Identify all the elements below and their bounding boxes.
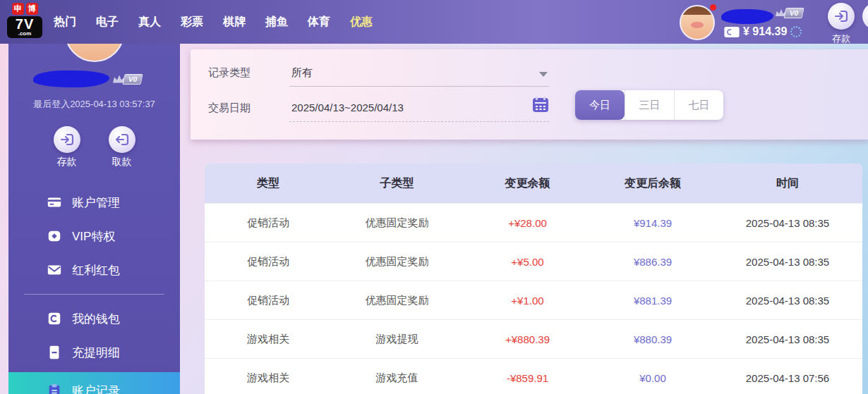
sidebar-item-label: VIP特权 (72, 228, 115, 245)
sidebar-item-label: 我的钱包 (72, 311, 120, 327)
nav-item-live[interactable]: 真人 (138, 15, 161, 30)
cell-subtype: 游戏提现 (332, 333, 462, 346)
column-header-after: 变更后余额 (593, 176, 713, 191)
logo-badge-1: 申 (12, 3, 24, 15)
clipboard-icon (46, 382, 63, 394)
cell-type: 促销活动 (205, 255, 332, 269)
cell-after-amount: ¥914.39 (593, 217, 713, 229)
record-type-select[interactable]: 所有 (291, 66, 313, 80)
sidebar-item-label: 红利红包 (72, 262, 120, 278)
last-login-text: 最后登入2025-04-13 03:57:37 (8, 98, 180, 111)
table-row: 促销活动 优惠固定奖励 +¥5.00 ¥886.39 2025-04-13 08… (205, 242, 862, 281)
record-type-underline (289, 86, 549, 87)
table-row: 游戏相关 游戏提现 +¥880.39 ¥880.39 2025-04-13 08… (205, 319, 862, 358)
cell-change-amount: +¥880.39 (462, 333, 593, 345)
cell-type: 游戏相关 (205, 371, 332, 385)
page: 申 博 7V .com 热门 电子 真人 彩票 棋牌 捕鱼 体育 优惠 (0, 0, 868, 394)
date-range-underline (289, 121, 549, 122)
chevron-down-icon[interactable] (539, 72, 548, 77)
topbar-deposit-button[interactable]: 存款 (826, 3, 857, 45)
nav-item-chess[interactable]: 棋牌 (223, 15, 246, 30)
vip-badge: V0 (775, 8, 803, 18)
calendar-icon[interactable] (532, 96, 549, 116)
sidebar-deposit-button[interactable]: 存款 (49, 126, 85, 168)
sidebar-withdraw-button[interactable]: 取款 (104, 126, 140, 168)
deposit-arrow-icon (59, 132, 75, 147)
envelope-icon (46, 261, 63, 278)
gem-icon (46, 228, 63, 245)
sidebar-quick-actions: 存款 取款 (8, 126, 180, 168)
record-type-label: 记录类型 (208, 66, 251, 80)
tab-today[interactable]: 今日 (575, 90, 625, 120)
nav-item-sports[interactable]: 体育 (308, 15, 330, 30)
sidebar-item-account-management[interactable]: 账户管理 (8, 185, 180, 219)
sidebar-name-row: V0 (33, 70, 180, 87)
column-header-time: 时间 (713, 176, 862, 191)
column-header-subtype: 子类型 (332, 176, 462, 191)
column-header-type: 类型 (205, 176, 332, 191)
logo-box: 7V .com (7, 16, 42, 38)
cell-time: 2025-04-13 08:35 (713, 217, 862, 229)
nav-item-slots[interactable]: 电子 (96, 15, 119, 30)
table-row: 促销活动 优惠固定奖励 +¥28.00 ¥914.39 2025-04-13 0… (205, 203, 862, 242)
sidebar-item-label: 充提明细 (72, 345, 120, 361)
sidebar-menu: 账户管理 VIP特权 红利红包 我的钱包 (8, 185, 180, 394)
cell-change-amount: +¥1.00 (462, 295, 593, 307)
cell-subtype: 优惠固定奖励 (332, 255, 462, 269)
refresh-icon[interactable] (790, 26, 802, 37)
date-range-field[interactable]: 2025/04/13~2025/04/13 (291, 101, 404, 113)
logo-main-text: 7V (7, 17, 42, 31)
logo-badge-2: 博 (26, 3, 38, 15)
sidebar-item-my-wallet[interactable]: 我的钱包 (8, 302, 180, 335)
document-icon (46, 344, 63, 361)
tab-three-days[interactable]: 三日 (625, 90, 674, 120)
vip-level-label: V0 (783, 8, 804, 18)
cell-after-amount: ¥886.39 (593, 256, 713, 268)
sidebar-item-deposit-withdraw-details[interactable]: 充提明细 (8, 335, 180, 369)
cell-change-amount: +¥28.00 (462, 217, 593, 229)
cell-after-amount: ¥880.39 (593, 333, 713, 345)
sidebar-withdraw-label: 取款 (104, 156, 140, 168)
cell-time: 2025-04-13 08:35 (713, 295, 862, 307)
cell-type: 促销活动 (205, 294, 332, 307)
username-redacted (721, 9, 773, 24)
nav-item-lottery[interactable]: 彩票 (181, 15, 203, 30)
tab-seven-days[interactable]: 七日 (674, 90, 723, 120)
cell-subtype: 游戏充值 (332, 371, 462, 385)
cell-time: 2025-04-13 07:56 (713, 372, 862, 384)
wallet-icon (46, 310, 63, 327)
cell-after-amount: ¥0.00 (593, 372, 713, 384)
nav-item-promotions[interactable]: 优惠 (350, 15, 373, 30)
sidebar-item-account-records[interactable]: 账户记录 (8, 372, 180, 394)
withdraw-circle (109, 126, 135, 153)
table-row: 游戏相关 游戏充值 -¥859.91 ¥0.00 2025-04-13 07:5… (205, 358, 862, 394)
records-table: 类型 子类型 变更余额 变更后余额 时间 促销活动 优惠固定奖励 +¥28.00… (205, 164, 862, 394)
balance-row: ¥ 914.39 (724, 25, 802, 38)
cell-after-amount: ¥881.39 (593, 295, 713, 307)
notification-dot (710, 4, 716, 11)
sidebar-item-vip-privileges[interactable]: VIP特权 (8, 219, 180, 253)
logo-badges: 申 博 (7, 3, 42, 15)
sidebar-deposit-label: 存款 (49, 156, 85, 168)
sidebar-divider (24, 294, 164, 295)
nav-item-fishing[interactable]: 捕鱼 (265, 15, 288, 30)
cell-subtype: 优惠固定奖励 (332, 216, 462, 230)
avatar[interactable] (680, 5, 715, 40)
nav-item-hot[interactable]: 热门 (54, 15, 76, 30)
sidebar-username-redacted (33, 70, 109, 87)
wallet-icon (724, 27, 740, 37)
cell-change-amount: -¥859.91 (462, 372, 593, 384)
cell-subtype: 优惠固定奖励 (332, 294, 462, 307)
site-logo[interactable]: 申 博 7V .com (7, 3, 42, 38)
range-tabs: 今日 三日 七日 (575, 90, 723, 120)
main-nav: 热门 电子 真人 彩票 棋牌 捕鱼 体育 优惠 (54, 0, 373, 44)
cell-time: 2025-04-13 08:35 (713, 333, 862, 345)
balance-amount: ¥ 914.39 (743, 25, 787, 38)
card-icon (46, 194, 63, 211)
cell-change-amount: +¥5.00 (462, 256, 593, 268)
sidebar-vip-badge: V0 (112, 74, 142, 85)
sidebar-avatar[interactable] (65, 44, 124, 62)
sidebar-item-bonus-redpacket[interactable]: 红利红包 (8, 253, 180, 287)
sidebar: V0 最后登入2025-04-13 03:57:37 存款 (8, 44, 180, 394)
cell-type: 游戏相关 (205, 333, 332, 346)
